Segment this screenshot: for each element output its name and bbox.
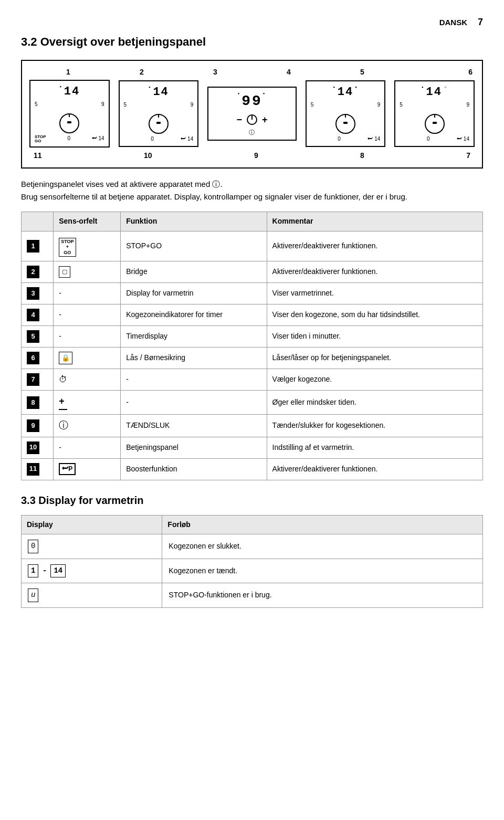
svg-rect-2	[67, 121, 71, 123]
sensor-cell: ⮨P	[54, 458, 121, 480]
row-num-badge: 9	[27, 419, 39, 432]
function-cell: Kogezoneindikatorer for timer	[121, 304, 267, 325]
display-description-cell: STOP+GO-funktionen er i brug.	[162, 583, 483, 608]
zone5-scale: 59	[400, 101, 469, 109]
function-cell: Lås / Børnesikring	[121, 347, 267, 369]
zone-label-1: 1	[32, 67, 105, 78]
col-header-num	[22, 212, 54, 231]
row-number: 9	[22, 415, 54, 437]
sensor-cell: STOP+GO	[54, 231, 121, 261]
zone1-display: ▪ 14	[59, 84, 80, 100]
row-num-badge: 11	[27, 463, 39, 476]
row-num-badge: 3	[27, 287, 39, 300]
display-zero-symbol: 0	[28, 540, 38, 553]
table-row: 3-Display for varmetrinViser varmetrinne…	[22, 282, 483, 304]
function-cell: Bridge	[121, 261, 267, 282]
center-display: ▪ 99 ▪	[237, 91, 267, 111]
panel-zone-center: ▪ 99 ▪ − + ⓘ	[207, 87, 297, 141]
zone2-labels: 0⮨ 14	[124, 135, 194, 143]
row-num-badge: 10	[27, 441, 39, 454]
panel-zones-row: ▪ 14 59 STOPGO 0 ⮨ 14 ▪ 14	[27, 80, 477, 148]
row-num-badge: 8	[27, 396, 39, 409]
sensor-cell: 🔒	[54, 347, 121, 369]
bridge-icon: ▢	[59, 266, 70, 278]
zone4-display: ▪ 14 ▪	[332, 85, 358, 101]
display-description-cell: Kogezonen er slukket.	[162, 534, 483, 559]
comment-cell: Låser/låser op for betjeningspanelet.	[267, 347, 482, 369]
bottom-label-11: 11	[34, 151, 42, 161]
sensor-cell: -	[54, 437, 121, 458]
sensor-dash: -	[59, 443, 61, 451]
intro-line1: Betjeningspanelet vises ved at aktivere …	[21, 178, 483, 191]
zone-label-6: 6	[399, 67, 472, 78]
zone2-display: ▪ 14	[148, 85, 169, 101]
intro-line2: Brug sensorfelterne til at betjene appar…	[21, 191, 483, 203]
panel-top-labels: 1 2 3 4 5 6	[27, 67, 477, 78]
minus-button[interactable]: −	[236, 113, 242, 127]
power-circle-icon: ⓘ	[59, 420, 68, 430]
display-range-symbol: 1 - 14	[28, 564, 155, 578]
comment-cell: Vælger kogezone.	[267, 369, 482, 391]
display-table-header-row: Display Forløb	[22, 515, 483, 534]
svg-rect-5	[156, 122, 161, 124]
zone1-labels: STOPGO 0 ⮨ 14	[35, 135, 104, 143]
sensor-cell: -	[54, 304, 121, 325]
sensor-cell: ▢	[54, 261, 121, 282]
table-row: 7⏱-Vælger kogezone.	[22, 369, 483, 391]
table-row: 8+-Øger eller mindsker tiden.	[22, 391, 483, 415]
zone2-scale: 59	[124, 101, 194, 109]
svg-rect-10	[343, 122, 348, 124]
function-cell: -	[121, 391, 267, 415]
sensor-cell: +	[54, 391, 121, 415]
panel-diagram: 1 2 3 4 5 6 ▪ 14 59 STOPGO 0 ⮨ 14	[21, 60, 483, 169]
comment-cell: Øger eller mindsker tiden.	[267, 391, 482, 415]
table-row: 10-BetjeningspanelIndstilling af et varm…	[22, 437, 483, 458]
zone2-knob	[143, 109, 174, 135]
display-table-row: 0Kogezonen er slukket.	[22, 534, 483, 559]
table-row: 11⮨PBoosterfunktionAktiverer/deaktiverer…	[22, 458, 483, 480]
sensor-cell: -	[54, 325, 121, 347]
zone1-knob	[54, 108, 85, 134]
panel-bottom-labels: 11 10 9 8 7	[27, 148, 477, 161]
function-cell: Boosterfunktion	[121, 458, 267, 480]
table-row: 4-Kogezoneindikatorer for timerViser den…	[22, 304, 483, 325]
function-cell: Betjeningspanel	[121, 437, 267, 458]
comment-cell: Viser den kogezone, som du har tidsindst…	[267, 304, 482, 325]
zone-label-3: 3	[178, 67, 252, 78]
panel-zone-1: ▪ 14 59 STOPGO 0 ⮨ 14	[29, 80, 110, 148]
zone5-display: ▪ 14 ▫	[421, 85, 448, 101]
row-number: 7	[22, 369, 54, 391]
row-num-badge: 4	[27, 309, 39, 321]
power-icon	[246, 114, 258, 125]
sensor-dash: -	[59, 289, 61, 297]
bottom-label-8: 8	[360, 151, 364, 161]
table-row: 6🔒Lås / BørnesikringLåser/låser op for b…	[22, 347, 483, 369]
plus-button[interactable]: +	[262, 113, 268, 127]
section-title: 3.2 Oversigt over betjeningspanel	[21, 34, 483, 50]
display-u-symbol: u	[28, 588, 38, 602]
sensor-cell: ⓘ	[54, 415, 121, 437]
panel-zone-5: ▪ 14 ▫ 59 0⮨ 14	[394, 80, 475, 148]
page-header: DANSK 7	[21, 16, 483, 29]
sensor-dash: -	[59, 310, 61, 319]
comment-cell: Tænder/slukker for kogesektionen.	[267, 415, 482, 437]
display-table-row: uSTOP+GO-funktionen er i brug.	[22, 583, 483, 608]
function-cell: TÆND/SLUK	[121, 415, 267, 437]
zone5-labels: 0⮨ 14	[400, 135, 469, 143]
lock-icon: 🔒	[59, 352, 72, 364]
display-table: Display Forløb 0Kogezonen er slukket. 1 …	[21, 515, 483, 608]
display-symbol-cell: u	[22, 583, 162, 608]
row-number: 10	[22, 437, 54, 458]
col-header-function: Funktion	[121, 212, 267, 231]
comment-cell: Aktiverer/deaktiverer funktionen.	[267, 261, 482, 282]
center-controls: − +	[236, 113, 267, 127]
row-num-badge: 6	[27, 352, 39, 364]
function-cell: STOP+GO	[121, 231, 267, 261]
comment-cell: Aktiverer/deaktiverer funktionen.	[267, 458, 482, 480]
display-table-row: 1 - 14 Kogezonen er tændt.	[22, 559, 483, 583]
bottom-label-7: 7	[466, 151, 470, 161]
sensor-cell: -	[54, 282, 121, 304]
sensor-cell: ⏱	[54, 369, 121, 391]
comment-cell: Aktiverer/deaktiverer funktionen.	[267, 231, 482, 261]
timer-icon: ⏱	[59, 375, 67, 384]
